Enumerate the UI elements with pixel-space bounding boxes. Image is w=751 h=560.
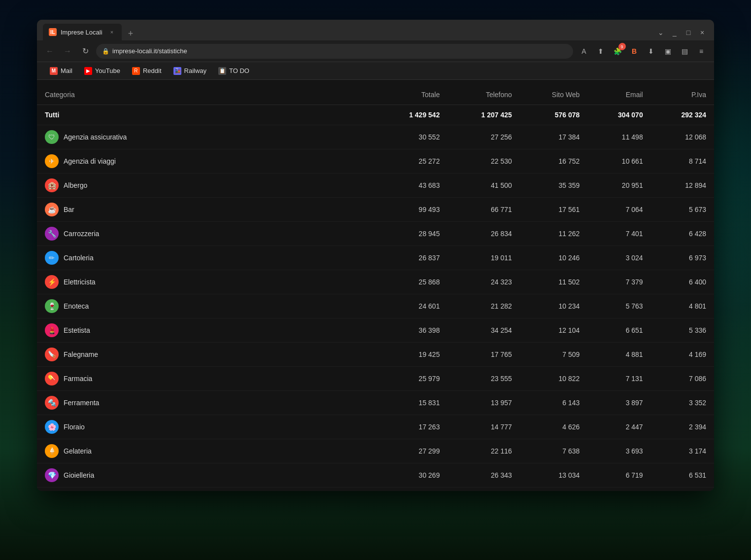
telefono-cell: 24 323	[447, 270, 519, 294]
table-row: ✈Agenzia di viaggi25 27222 53016 75210 6…	[37, 149, 714, 174]
telefono-cell: 19 011	[447, 246, 519, 270]
piva-cell: 1 933	[651, 488, 714, 491]
telefono-cell: 66 771	[447, 198, 519, 222]
telefono-cell: 41 500	[447, 174, 519, 198]
table-row: 💎Gioielleria30 26926 34313 0346 7196 531	[37, 463, 714, 488]
tutti-telefono: 1 207 425	[447, 105, 519, 125]
email-cell: 6 719	[587, 463, 650, 488]
bookmark-reddit[interactable]: R Reddit	[127, 65, 167, 77]
category-icon: 🏨	[45, 178, 59, 192]
telefono-cell: 22 116	[447, 439, 519, 463]
bookmark-mail-label: Mail	[61, 67, 72, 74]
email-cell: 7 379	[587, 270, 650, 294]
sitoweb-cell: 11 502	[520, 270, 588, 294]
tab-close-button[interactable]: ×	[108, 28, 116, 36]
extensions-button[interactable]: 🧩 9	[611, 44, 624, 58]
translate-icon[interactable]: A	[577, 44, 591, 58]
piva-cell: 4 169	[651, 343, 714, 367]
new-tab-button[interactable]: +	[124, 27, 137, 40]
category-name: Agenzia di viaggi	[64, 157, 116, 165]
category-cell: 🛡Agenzia assicurativa	[37, 125, 376, 149]
table-header: Categoria Totale Telefono Sito Web Email…	[37, 85, 714, 105]
email-cell: 3 693	[587, 439, 650, 463]
download-icon[interactable]: ⬇	[644, 44, 658, 58]
tutti-sitoweb: 576 078	[520, 105, 588, 125]
table-row: 💄Estetista36 39834 25412 1046 6515 336	[37, 318, 714, 343]
category-icon: ☕	[45, 203, 59, 216]
category-icon: ⚡	[45, 275, 59, 289]
sidebar-toggle-button[interactable]: ▤	[678, 44, 691, 58]
chevron-down-icon[interactable]: ⌄	[655, 27, 667, 38]
totale-cell: 19 425	[376, 343, 447, 367]
category-name: Estetista	[64, 326, 90, 334]
piva-cell: 5 336	[651, 318, 714, 343]
page-content[interactable]: Categoria Totale Telefono Sito Web Email…	[37, 80, 714, 491]
url-text: imprese-locali.it/statistiche	[112, 47, 567, 55]
email-cell: 7 131	[587, 367, 650, 391]
table-row: ⚡Elettricista25 86824 32311 5027 3796 40…	[37, 270, 714, 294]
category-cell: 💎Gioielleria	[37, 463, 376, 487]
table-row: ✏Cartoleria26 83719 01110 2463 0246 973	[37, 246, 714, 270]
bookmark-railway[interactable]: 🚂 Railway	[169, 65, 212, 77]
share-button[interactable]: ⬆	[594, 44, 608, 58]
col-totale: Totale	[376, 85, 447, 105]
nav-bar: ← → ↻ 🔒 imprese-locali.it/statistiche A …	[37, 40, 714, 62]
sidebar-icon[interactable]: ▣	[661, 44, 675, 58]
table-row: 🍔Hamburgeria12 42910 8165 4312 0811 933	[37, 488, 714, 491]
telefono-cell: 22 530	[447, 149, 519, 174]
piva-cell: 12 068	[651, 125, 714, 149]
refresh-button[interactable]: ↻	[78, 44, 92, 58]
telefono-cell: 10 816	[447, 488, 519, 491]
totale-cell: 12 429	[376, 488, 447, 491]
bookmark-youtube-label: YouTube	[95, 67, 120, 74]
close-window-button[interactable]: ×	[696, 27, 708, 38]
browser-window: IL Imprese Locali × + ⌄ _ □ × ← → ↻ 🔒 im…	[37, 20, 714, 491]
railway-icon: 🚂	[173, 67, 181, 75]
telefono-cell: 26 834	[447, 222, 519, 246]
category-icon: 🪚	[45, 348, 59, 361]
minimize-button[interactable]: _	[669, 27, 681, 38]
piva-cell: 6 428	[651, 222, 714, 246]
category-name: Elettricista	[64, 278, 96, 286]
table-row: 🍷Enoteca24 60121 28210 2345 7634 801	[37, 294, 714, 318]
category-cell: 💊Farmacia	[37, 367, 376, 390]
piva-cell: 8 714	[651, 149, 714, 174]
url-bar[interactable]: 🔒 imprese-locali.it/statistiche	[96, 44, 573, 59]
bookmark-youtube[interactable]: ▶ YouTube	[79, 65, 125, 77]
totale-cell: 27 299	[376, 439, 447, 463]
totale-cell: 30 552	[376, 125, 447, 149]
gmail-icon: M	[50, 67, 58, 75]
col-email: Email	[587, 85, 650, 105]
category-icon: ✈	[45, 154, 59, 168]
email-cell: 6 651	[587, 318, 650, 343]
email-cell: 2 447	[587, 415, 650, 439]
category-cell: 🔩Ferramenta	[37, 391, 376, 415]
bookmark-todo[interactable]: 📋 TO DO	[213, 65, 254, 77]
table-row: 🛡Agenzia assicurativa30 55227 25617 3841…	[37, 125, 714, 149]
menu-button[interactable]: ≡	[694, 44, 708, 58]
forward-button[interactable]: →	[61, 44, 74, 58]
category-name: Gioielleria	[64, 471, 94, 479]
bookmark-railway-label: Railway	[184, 67, 207, 74]
tutti-name: Tutti	[37, 105, 376, 125]
piva-cell: 5 673	[651, 198, 714, 222]
table-row: 🏨Albergo43 68341 50035 35920 95112 894	[37, 174, 714, 198]
tutti-email: 304 070	[587, 105, 650, 125]
piva-cell: 12 894	[651, 174, 714, 198]
maximize-button[interactable]: □	[683, 27, 694, 38]
telefono-cell: 13 957	[447, 391, 519, 415]
totale-cell: 17 263	[376, 415, 447, 439]
bookmark-mail[interactable]: M Mail	[45, 65, 77, 77]
category-icon: 💄	[45, 323, 59, 337]
brave-icon[interactable]: B	[627, 44, 641, 58]
active-tab[interactable]: IL Imprese Locali ×	[43, 24, 122, 40]
back-button[interactable]: ←	[43, 44, 57, 58]
category-cell: ✏Cartoleria	[37, 246, 376, 270]
table-row: 🪚Falegname19 42517 7657 5094 8814 169	[37, 343, 714, 367]
bookmark-reddit-label: Reddit	[143, 67, 162, 74]
email-cell: 2 081	[587, 488, 650, 491]
stats-table: Categoria Totale Telefono Sito Web Email…	[37, 85, 714, 491]
category-cell: 🏨Albergo	[37, 174, 376, 197]
sitoweb-cell: 7 638	[520, 439, 588, 463]
telefono-cell: 14 777	[447, 415, 519, 439]
